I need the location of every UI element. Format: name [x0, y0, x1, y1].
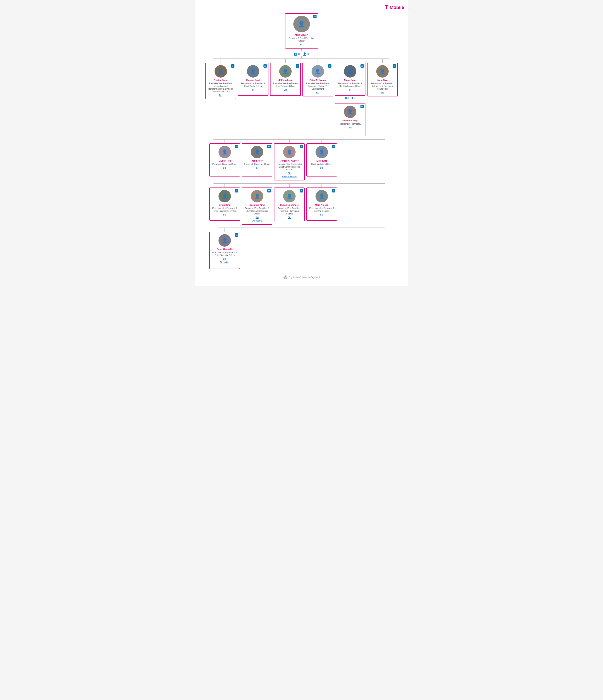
peter-osvaldik-bio[interactable]: Bio [211, 257, 238, 261]
deeanne-linkedin[interactable]: in [267, 189, 271, 193]
nestor-col: in 👤 Néstor Cano Executive Vice Presiden… [205, 58, 236, 99]
peter-ewens-col: in 👤 Peter A. Ewens Executive Vice Presi… [303, 58, 333, 96]
brian-linkedin[interactable]: in [235, 189, 238, 193]
mike-katz-bio[interactable]: Bio [309, 166, 335, 170]
ceo-card: in 👤 Mike Sievert President & Chief Exec… [285, 13, 318, 49]
ulf-bio[interactable]: Bio [272, 89, 299, 92]
deeanne-card: in 👤 Deeanne King Executive Vice Preside… [242, 188, 272, 225]
mike-katz-linkedin[interactable]: in [332, 145, 335, 148]
jon-name: Jon Freier [244, 159, 270, 162]
janice-card: in 👤 Janice V. Kapner Executive Vice Pre… [274, 143, 305, 180]
peter-osvaldik-v-top [225, 227, 225, 232]
callie-linkedin[interactable]: in [235, 145, 238, 148]
marcus-v-top [253, 58, 253, 62]
level4-connector [197, 225, 406, 227]
brian-name: Brian King [211, 204, 238, 206]
abdul-linkedin[interactable]: in [361, 64, 364, 68]
header: T·Mobile [197, 2, 406, 11]
susan-card: in 👤 Susan Loosmore Executive Vice Presi… [274, 188, 305, 221]
abdul-card: in 👤 Abdul Saad Executive Vice President… [335, 62, 365, 96]
susan-col: in 👤 Susan Loosmore Executive Vice Presi… [274, 183, 305, 221]
susan-bio[interactable]: Bio [276, 216, 303, 219]
mike-katz-title: Chief Marketing Officer [309, 163, 335, 166]
svg-rect-3 [286, 278, 287, 279]
jon-linkedin[interactable]: in [267, 145, 271, 148]
abdul-bio[interactable]: Bio [337, 89, 363, 92]
callie-bio[interactable]: Bio [211, 166, 238, 170]
john-saw-avatar: 👤 [376, 65, 389, 78]
neville-linkedin[interactable]: in [361, 105, 364, 108]
deeanne-col: in 👤 Deeanne King Executive Vice Preside… [242, 183, 272, 225]
marcus-linkedin[interactable]: in [263, 64, 267, 68]
peter-ewens-v-top [318, 58, 318, 62]
mark-nelson-card: in 👤 Mark Nelson Executive Vice Presiden… [306, 188, 337, 221]
level2-connector [197, 136, 406, 139]
mark-nelson-bio[interactable]: Bio [309, 213, 335, 217]
janice-linkedin[interactable]: in [300, 145, 303, 148]
brian-bio[interactable]: Bio [211, 213, 238, 217]
marcus-bio[interactable]: Bio [240, 89, 266, 92]
organimi-icon [283, 275, 288, 279]
janice-name: Janice V. Kapner [276, 159, 303, 162]
john-saw-col: in 👤 John Saw Executive Vice President, … [367, 58, 398, 96]
deeanne-avatar: 👤 [251, 190, 263, 202]
callie-card: in 👤 Callie Field President, Business Gr… [209, 143, 240, 176]
john-saw-title: Executive Vice President, Advanced & Eme… [369, 82, 396, 90]
susan-name: Susan Loosmore [276, 204, 303, 206]
deeanne-name: Deeanne King [244, 204, 270, 206]
org-chart: in 👤 Mike Sievert President & Chief Exec… [197, 11, 406, 269]
abdul-name: Abdul Saad [337, 79, 363, 81]
jon-avatar: 👤 [251, 146, 263, 158]
ulf-card: in 👤 Ulf Ewaldsson Executive Vice Presid… [270, 62, 301, 96]
mike-katz-v-top [321, 139, 322, 143]
deeanne-v-top [257, 183, 257, 188]
ulf-title: Executive Vice President & Chief Network… [272, 82, 299, 88]
marcus-col: in 👤 Marcus East Executive Vice Presiden… [238, 58, 268, 96]
jon-card: in 👤 Jon Freier President, Consumer Grou… [242, 143, 272, 176]
peter-osvaldik-linkedin[interactable]: in [235, 233, 238, 236]
peter-ewens-name: Peter A. Ewens [305, 79, 331, 81]
peter-osvaldik-name: Peter Osvaldik [211, 248, 238, 250]
peter-ewens-card: in 👤 Peter A. Ewens Executive Vice Presi… [303, 62, 333, 96]
ulf-linkedin[interactable]: in [296, 64, 299, 68]
john-saw-linkedin[interactable]: in [393, 64, 396, 68]
mark-nelson-name: Mark Nelson [309, 204, 335, 206]
abdul-v-top [350, 58, 350, 62]
susan-linkedin[interactable]: in [300, 189, 303, 193]
peter-ewens-linkedin[interactable]: in [328, 64, 332, 68]
jon-bio[interactable]: Bio [244, 166, 270, 170]
marcus-name: Marcus East [240, 79, 266, 81]
neville-avatar: 👤 [344, 105, 356, 118]
mike-katz-col: in 👤 Mike Katz Chief Marketing Officer B… [306, 139, 337, 176]
ceo-bio-link[interactable]: Bio [287, 43, 316, 47]
mike-katz-card: in 👤 Mike Katz Chief Marketing Officer B… [306, 143, 337, 176]
mark-nelson-linkedin[interactable]: in [332, 189, 335, 193]
brian-v-top [225, 183, 225, 188]
callie-v-top [225, 139, 225, 143]
mark-nelson-v-top [321, 183, 322, 188]
abdul-avatar: 👤 [344, 65, 356, 78]
linkedin-icon[interactable]: in [313, 15, 317, 18]
brian-avatar: 👤 [218, 190, 231, 202]
deeanne-our-teams[interactable]: Our Teams [244, 219, 270, 223]
janice-bio[interactable]: Bio [276, 172, 303, 175]
ulf-avatar: 👤 [279, 65, 292, 78]
marcus-title: Executive Vice President & Chief Digital… [240, 82, 266, 88]
neville-name: Neville R. Ray [337, 119, 363, 122]
deeanne-bio[interactable]: Bio [244, 216, 270, 219]
peter-ewens-bio[interactable]: Bio [305, 91, 331, 94]
janice-press-releases[interactable]: Press Releases [276, 175, 303, 178]
neville-bio[interactable]: Bio [337, 126, 363, 129]
nestor-bio[interactable]: Bio [208, 94, 234, 97]
marcus-card: in 👤 Marcus East Executive Vice Presiden… [238, 62, 268, 96]
marcus-avatar: 👤 [247, 65, 259, 78]
peter-osvaldik-financials[interactable]: Financials [211, 261, 238, 264]
level4-container: in 👤 Peter Osvaldik Executive Vice Presi… [197, 227, 406, 269]
john-saw-bio[interactable]: Bio [369, 91, 396, 94]
abdul-stat-individual: 👤 1 [351, 97, 356, 99]
level3-container: in 👤 Brian King Executive Vice President… [197, 183, 406, 225]
peter-ewens-avatar: 👤 [312, 65, 324, 78]
tmobile-logo: T·Mobile [385, 4, 404, 10]
nestor-linkedin[interactable]: in [231, 64, 234, 68]
neville-v-line [350, 100, 350, 103]
